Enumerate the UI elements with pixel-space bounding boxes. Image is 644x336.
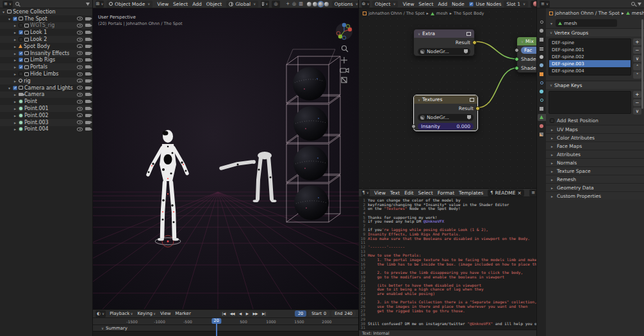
jump-to-start-button[interactable]: |◀ [220,311,227,317]
frame-end-field[interactable]: End240 [331,310,356,317]
insanity-input-socket[interactable] [411,124,416,129]
outliner-row-point-003[interactable]: ▸Point.003 [0,119,92,126]
disable-in-renders-icon[interactable] [85,114,90,117]
shader-input-socket-1[interactable] [515,57,519,61]
disclosure-toggle[interactable]: ▸ [13,65,17,69]
outliner-row-insanity-effects[interactable]: ▸Insanity Effects [0,50,92,57]
viewport-scene[interactable]: User Perspective (20) Portals | Johnatho… [93,8,359,309]
hide-in-viewport-icon[interactable] [77,31,83,35]
summary-row[interactable]: ∨ Summary [93,325,358,332]
text-line[interactable]: 16 the limb has to be inside the box. (i… [359,262,536,267]
shader-input-socket-2[interactable] [515,66,519,70]
disclosure-toggle[interactable]: ▸ [13,72,17,76]
menu-select[interactable]: Select [171,1,190,8]
shader-type-selector[interactable]: Object ∨ [372,1,398,8]
tab-particles[interactable] [538,88,546,95]
node-textures-header[interactable]: ∨ Textures [414,95,477,104]
shading-material-preview-icon[interactable] [318,2,323,6]
disclosure-toggle[interactable]: ▸ [13,127,17,131]
outliner-row-wgts-rig[interactable]: ▸WGTS_rig [0,22,92,29]
text-line[interactable]: 23 are enabled while posing) [359,292,536,296]
panel-color-attributes[interactable]: ▸Color Attributes [546,133,644,141]
node-group-selector[interactable]: NodeGr... [418,114,474,121]
editor-type-selector[interactable]: ¶∨ [361,189,370,196]
text-line[interactable]: 6if you need any help DM @UnknoVFX [359,220,536,224]
collection-checkbox[interactable] [13,17,17,21]
panel-custom-properties[interactable]: ▸Custom Properties [546,191,644,200]
disclosure-toggle[interactable]: ▸ [13,79,17,83]
jump-to-next-keyframe-button[interactable]: ▶▶ [251,311,260,317]
breadcrumb-object[interactable]: johnathon Ohnn / The Spot [555,10,620,16]
shading-wireframe-icon[interactable] [307,2,311,6]
disable-in-renders-icon[interactable] [85,45,90,48]
node-mix[interactable]: ∨ Mix Fac Shader Shader [516,36,536,73]
hide-in-viewport-icon[interactable] [77,127,83,131]
result-output-socket[interactable] [472,40,477,45]
outliner-row-point[interactable]: ▸Point [0,98,92,105]
editor-type-selector[interactable]: ⊚∨ [361,1,370,8]
menu-select[interactable]: Select [417,1,435,8]
toggle-xray-icon[interactable]: ▥ [298,1,304,6]
hide-in-viewport-icon[interactable] [77,65,83,69]
tab-modifiers[interactable] [538,79,546,86]
move-down-button[interactable]: ˅ [633,72,641,79]
panel-texture-space[interactable]: ▸Texture Space [546,166,644,175]
tab-object-constraints[interactable] [538,105,546,112]
editor-type-selector[interactable]: ≡∨ [3,1,13,8]
search-icon[interactable] [15,2,19,6]
text-line[interactable]: 27 get the rigged limbs to go thru those… [359,309,536,314]
disable-in-renders-icon[interactable] [85,86,90,90]
text-line[interactable]: 10Also make sure that the Booleans are d… [359,237,536,241]
outliner-row-portals[interactable]: ▸Portals [0,63,92,70]
vertex-group-def-spine-003[interactable]: DEF-spine.003 [549,60,631,67]
shading-rendered-icon[interactable] [324,2,329,6]
panel-vertex-groups[interactable]: ∨ Vertex Groups [546,28,644,36]
vertex-group-def-spine-001[interactable]: DEF-spine.001 [549,46,631,53]
text-line[interactable]: 19 go to the modifiers and enable the bo… [359,275,536,280]
disable-in-renders-icon[interactable] [85,93,90,96]
fake-user-shield-icon[interactable] [467,115,471,120]
panel-normals[interactable]: ▸Normals [546,158,644,166]
menu-add[interactable]: Add [190,1,204,8]
tab-material[interactable] [538,122,546,129]
timeline-ruler[interactable]: -1500-1000-500500100015002000 [93,318,358,325]
collapse-caret[interactable]: ∨ [418,98,420,102]
hide-in-viewport-icon[interactable] [77,58,83,62]
menu-format[interactable]: Format [436,189,456,196]
panel-remesh[interactable]: ▸Remesh [546,175,644,183]
tab-output[interactable] [538,36,546,43]
panel-geometry-data[interactable]: ▸Geometry Data [546,183,644,191]
outliner-row-camera[interactable]: ▸Camera [0,92,92,99]
disclosure-toggle[interactable]: ▾ [7,17,12,21]
tab-object[interactable] [538,70,546,77]
tab-object-data[interactable] [538,114,546,121]
text-line[interactable]: 12'-------'------- [359,245,536,250]
tab-view-layer[interactable] [538,45,546,52]
hide-in-viewport-icon[interactable] [77,86,83,90]
menu-marker[interactable]: Marker [174,310,193,317]
disable-in-renders-icon[interactable] [85,100,90,103]
menu-view[interactable]: View [400,1,416,8]
outliner-row-hide-limbs[interactable]: ▸Hide Limbs [0,70,92,77]
node-group-selector[interactable]: NodeGr... [418,48,470,55]
fake-user-shield-icon[interactable] [464,49,468,54]
search-icon[interactable] [631,2,635,6]
disable-in-renders-icon[interactable] [85,24,90,27]
unlink-icon[interactable]: × [517,190,521,196]
fac-input-socket[interactable] [515,48,519,52]
add-vertex-group-button[interactable]: + [633,38,641,45]
outliner-row-point-004[interactable]: ▸Point.004 [0,126,92,133]
menu-edit[interactable]: Edit [402,189,416,196]
transform-orientation-selector[interactable]: Global ∨ [226,1,258,8]
collection-checkbox[interactable] [19,72,23,76]
properties-scrollbar[interactable] [641,19,643,109]
disable-in-renders-icon[interactable] [85,72,90,76]
collection-checkbox[interactable] [13,86,17,90]
outliner-row-look-1[interactable]: ▸Look 1 [0,29,92,36]
collection-checkbox[interactable] [19,30,23,35]
breadcrumb-data[interactable]: mesh [632,10,644,16]
mesh-name-field[interactable]: mesh [556,19,617,27]
hide-in-viewport-icon[interactable] [77,72,83,76]
text-line[interactable]: 30Still confused? DM me on instagram/twi… [359,322,536,326]
browse-icon[interactable] [420,49,425,54]
